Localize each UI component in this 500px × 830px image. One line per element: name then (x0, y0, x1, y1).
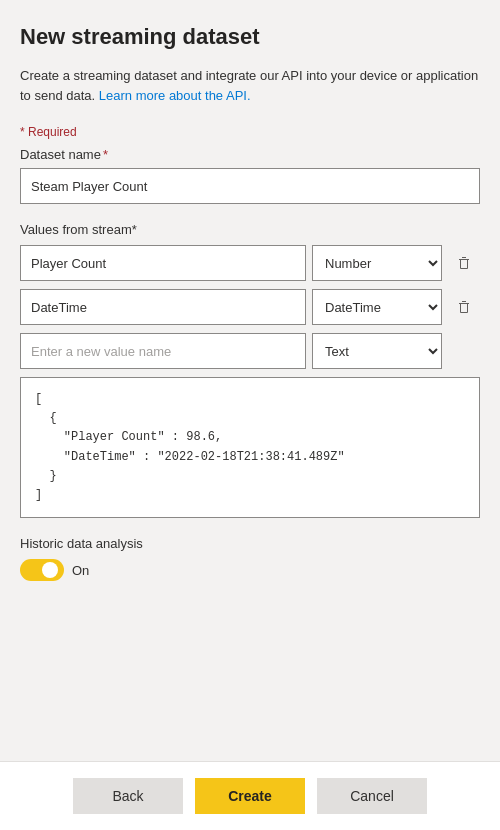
historic-section: Historic data analysis On (20, 536, 480, 581)
delete-button-1[interactable] (448, 245, 480, 281)
value-name-input-new[interactable] (20, 333, 306, 369)
page-title: New streaming dataset (20, 24, 480, 50)
dataset-name-field: Dataset name* (20, 147, 480, 204)
value-row-2: Number DateTime Text Boolean (20, 289, 480, 325)
type-select-new[interactable]: Number DateTime Text Boolean (312, 333, 442, 369)
cancel-button[interactable]: Cancel (317, 778, 427, 814)
description-text: Create a streaming dataset and integrate… (20, 66, 480, 105)
toggle-thumb (42, 562, 58, 578)
toggle-container: On (20, 559, 480, 581)
create-button[interactable]: Create (195, 778, 305, 814)
value-row-new: Number DateTime Text Boolean (20, 333, 480, 369)
type-select-2[interactable]: Number DateTime Text Boolean (312, 289, 442, 325)
toggle-on-label: On (72, 563, 89, 578)
value-name-input-2[interactable] (20, 289, 306, 325)
dataset-name-asterisk: * (103, 147, 108, 162)
json-preview: [ { "Player Count" : 98.6, "DateTime" : … (20, 377, 480, 518)
historic-toggle[interactable] (20, 559, 64, 581)
historic-label: Historic data analysis (20, 536, 480, 551)
type-select-1[interactable]: Number DateTime Text Boolean (312, 245, 442, 281)
value-name-input-1[interactable] (20, 245, 306, 281)
delete-button-2[interactable] (448, 289, 480, 325)
values-section: Values from stream* Number DateTime Text… (20, 222, 480, 369)
value-row-1: Number DateTime Text Boolean (20, 245, 480, 281)
dataset-name-label: Dataset name (20, 147, 101, 162)
back-button[interactable]: Back (73, 778, 183, 814)
values-asterisk: * (132, 222, 137, 237)
required-note: * Required (20, 125, 480, 139)
footer: Back Create Cancel (0, 761, 500, 830)
dataset-name-input[interactable] (20, 168, 480, 204)
api-link[interactable]: Learn more about the API. (99, 88, 251, 103)
values-label: Values from stream (20, 222, 132, 237)
